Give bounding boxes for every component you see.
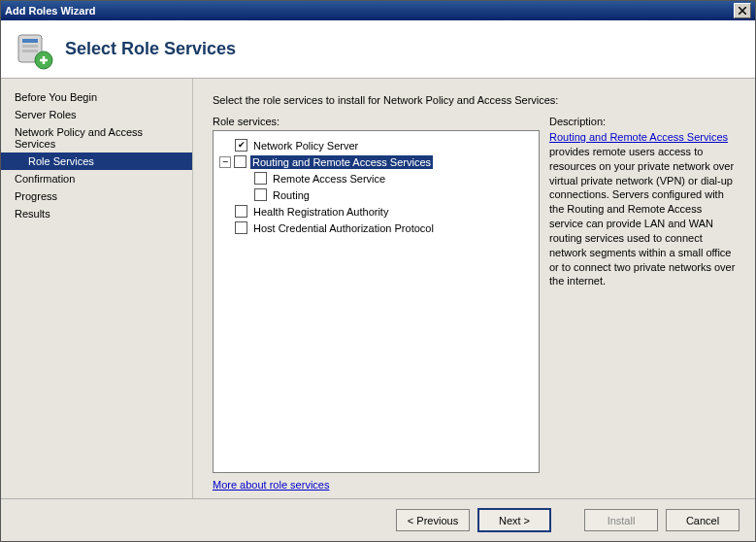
role-services-tree[interactable]: Network Policy Server − Routing and Remo… — [213, 130, 540, 473]
svg-rect-3 — [22, 50, 38, 52]
title-bar: Add Roles Wizard — [1, 1, 755, 20]
step-progress[interactable]: Progress — [1, 187, 192, 205]
install-button: Install — [584, 509, 658, 531]
wizard-header: Select Role Services — [1, 20, 755, 79]
wizard-steps: Before You Begin Server Roles Network Po… — [1, 79, 193, 498]
step-role-services[interactable]: Role Services — [1, 152, 192, 170]
checkbox-hra[interactable] — [235, 205, 247, 218]
wizard-footer: < Previous Next > Install Cancel — [1, 498, 755, 541]
instruction-text: Select the role services to install for … — [213, 94, 736, 106]
close-button[interactable] — [734, 3, 751, 18]
checkbox-ras[interactable] — [254, 172, 267, 185]
step-confirmation[interactable]: Confirmation — [1, 170, 192, 187]
checkbox-hcap[interactable] — [235, 221, 247, 234]
svg-rect-1 — [22, 39, 38, 43]
tree-item-ras[interactable]: Remote Access Service — [215, 170, 537, 186]
role-services-label: Role services: — [213, 116, 540, 127]
tree-item-hra[interactable]: Health Registration Authority — [215, 203, 537, 220]
more-about-link[interactable]: More about role services — [213, 479, 540, 491]
next-button[interactable]: Next > — [477, 508, 551, 532]
description-link[interactable]: Routing and Remote Access Services — [549, 131, 728, 143]
tree-label-ras: Remote Access Service — [271, 172, 387, 186]
description-body: provides remote users access to resource… — [549, 146, 735, 288]
description-text: Routing and Remote Access Services provi… — [549, 130, 736, 288]
description-label: Description: — [549, 116, 736, 127]
checkbox-nps[interactable] — [235, 139, 247, 152]
tree-label-nps: Network Policy Server — [251, 139, 360, 152]
svg-rect-2 — [22, 45, 38, 48]
tree-label-routing: Routing — [271, 188, 312, 202]
collapse-icon[interactable]: − — [219, 156, 231, 168]
tree-item-hcap[interactable]: Host Credential Authorization Protocol — [215, 220, 537, 236]
step-server-roles[interactable]: Server Roles — [1, 106, 192, 123]
wizard-icon — [15, 31, 51, 68]
previous-button[interactable]: < Previous — [396, 509, 470, 531]
step-npas[interactable]: Network Policy and Access Services — [1, 123, 192, 152]
cancel-button[interactable]: Cancel — [666, 509, 740, 531]
window-title: Add Roles Wizard — [5, 5, 95, 17]
step-results[interactable]: Results — [1, 205, 192, 222]
tree-item-routing[interactable]: Routing — [215, 186, 537, 203]
wizard-content: Select the role services to install for … — [193, 79, 755, 498]
checkbox-routing[interactable] — [254, 188, 267, 201]
tree-label-rras: Routing and Remote Access Services — [250, 155, 433, 169]
checkbox-rras[interactable] — [234, 155, 247, 168]
step-before-you-begin[interactable]: Before You Begin — [1, 88, 192, 106]
tree-label-hra: Health Registration Authority — [251, 205, 390, 219]
tree-label-hcap: Host Credential Authorization Protocol — [251, 221, 436, 235]
page-title: Select Role Services — [65, 39, 236, 59]
tree-item-rras[interactable]: − Routing and Remote Access Services — [215, 153, 537, 170]
tree-item-nps[interactable]: Network Policy Server — [215, 137, 537, 153]
